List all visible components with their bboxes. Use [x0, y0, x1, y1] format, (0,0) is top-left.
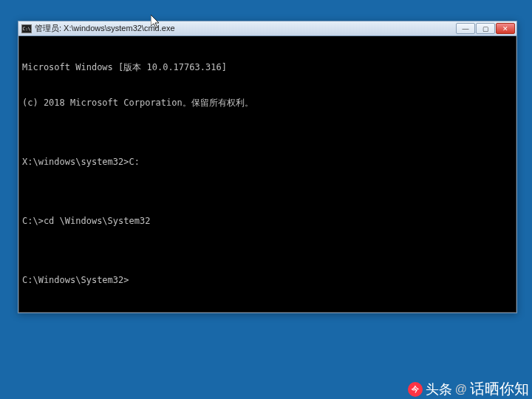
window-controls: — ▢ ✕: [456, 23, 515, 34]
watermark-logo-icon: 今: [408, 382, 423, 397]
watermark-at: @: [455, 383, 467, 396]
close-button[interactable]: ✕: [496, 23, 515, 34]
watermark: 今 头条 @ 话晒你知: [408, 379, 529, 399]
console-line: X:\windows\system32>C:: [22, 156, 513, 168]
console-output[interactable]: Microsoft Windows [版本 10.0.17763.316] (c…: [18, 36, 516, 313]
titlebar[interactable]: C:\ 管理员: X:\windows\system32\cmd.exe — ▢…: [18, 21, 516, 36]
window-title: 管理员: X:\windows\system32\cmd.exe: [35, 23, 456, 34]
cmd-window: C:\ 管理员: X:\windows\system32\cmd.exe — ▢…: [18, 21, 517, 313]
watermark-brand: 头条: [426, 381, 452, 398]
minimize-button[interactable]: —: [456, 23, 475, 34]
console-prompt: C:\Windows\System32>: [22, 274, 513, 286]
console-line: C:\>cd \Windows\System32: [22, 215, 513, 227]
maximize-button[interactable]: ▢: [476, 23, 495, 34]
console-line: Microsoft Windows [版本 10.0.17763.316]: [22, 61, 513, 73]
console-line: (c) 2018 Microsoft Corporation。保留所有权利。: [22, 97, 513, 109]
app-icon: C:\: [21, 24, 32, 33]
watermark-author: 话晒你知: [470, 379, 529, 399]
